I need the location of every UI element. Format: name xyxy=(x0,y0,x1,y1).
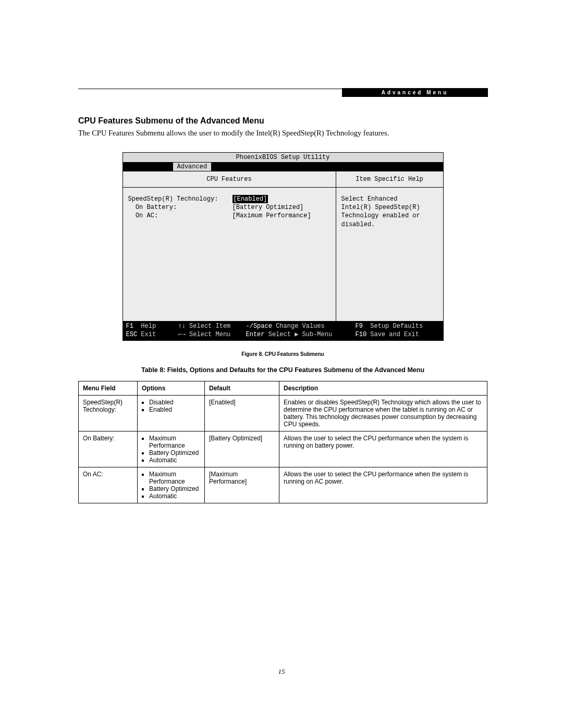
key-f10: F10 xyxy=(356,331,367,338)
options-table: Menu Field Options Default Description S… xyxy=(78,381,487,503)
cell-options: Maximum PerformanceBattery OptimizedAuto… xyxy=(138,467,205,503)
bios-help-line: Select Enhanced xyxy=(341,195,438,203)
option-item: Battery Optimized xyxy=(149,449,200,456)
bios-setting-row: On Battery:[Battery Optimized] xyxy=(128,203,331,212)
bios-help-line: Intel(R) SpeedStep(R) xyxy=(341,203,438,212)
option-item: Automatic xyxy=(149,456,200,464)
table-row: On AC:Maximum PerformanceBattery Optimiz… xyxy=(79,467,487,503)
figure-caption: Figure 8. CPU Features Submenu xyxy=(78,351,487,357)
bios-help-heading: Item Specific Help xyxy=(336,171,443,188)
key-leftright: ←→ xyxy=(178,331,186,338)
table-row: SpeedStep(R) Technology:DisabledEnabled[… xyxy=(79,396,487,431)
table-row: On Battery:Maximum PerformanceBattery Op… xyxy=(79,431,487,467)
cell-description: Allows the user to select the CPU perfor… xyxy=(279,431,487,467)
bios-setting-label: On AC: xyxy=(128,212,232,220)
table-header-row: Menu Field Options Default Description xyxy=(79,381,487,396)
key-enter-label: Select ▶ Sub-Menu xyxy=(268,331,332,338)
cell-default: [Enabled] xyxy=(205,396,279,431)
header-section-tab: Advanced Menu xyxy=(342,88,488,97)
key-updown-label: Select Item xyxy=(189,323,230,330)
bios-setting-row: On AC:[Maximum Performance] xyxy=(128,212,331,220)
option-item: Enabled xyxy=(149,406,200,413)
bios-screenshot: PhoenixBIOS Setup Utility Advanced CPU F… xyxy=(123,152,444,341)
th-description: Description xyxy=(279,381,487,396)
bios-left-pane: CPU Features SpeedStep(R) Technology:[En… xyxy=(123,171,336,321)
bios-tab-advanced: Advanced xyxy=(173,163,212,171)
key-enter: Enter xyxy=(246,331,265,338)
bios-help-pane: Item Specific Help Select EnhancedIntel(… xyxy=(336,171,443,321)
bios-help-line: Technology enabled or xyxy=(341,212,438,220)
option-item: Battery Optimized xyxy=(149,485,200,492)
th-options: Options xyxy=(138,381,205,396)
document-page: Advanced Menu CPU Features Submenu of th… xyxy=(0,0,563,728)
intro-paragraph: The CPU Features Submenu allows the user… xyxy=(78,129,487,138)
cell-menu-field: On AC: xyxy=(79,467,138,503)
bios-footer-row: F1 Help ↑↓ Select Item -/Space Change Va… xyxy=(126,322,440,330)
page-number: 15 xyxy=(0,668,563,676)
option-item: Maximum Performance xyxy=(149,471,200,485)
cell-options: Maximum PerformanceBattery OptimizedAuto… xyxy=(138,431,205,467)
key-f9: F9 xyxy=(356,323,363,330)
bios-setting-value: [Maximum Performance] xyxy=(232,212,311,220)
cell-description: Enables or disables SpeedStep(R) Technol… xyxy=(279,396,487,431)
bios-left-heading: CPU Features xyxy=(123,171,336,188)
key-f1: F1 xyxy=(126,323,133,330)
th-default: Default xyxy=(205,381,279,396)
bios-menu-bar: Advanced xyxy=(123,163,443,171)
bios-setting-value: [Battery Optimized] xyxy=(232,203,304,212)
key-esc: ESC xyxy=(126,331,138,338)
cell-options: DisabledEnabled xyxy=(138,396,205,431)
section-heading: CPU Features Submenu of the Advanced Men… xyxy=(78,116,487,126)
option-item: Disabled xyxy=(149,399,200,406)
bios-setting-row: SpeedStep(R) Technology:[Enabled] xyxy=(128,195,331,203)
key-leftright-label: Select Menu xyxy=(189,331,230,338)
option-item: Maximum Performance xyxy=(149,435,200,449)
bios-footer-row: ESC Exit ←→ Select Menu Enter Select ▶ S… xyxy=(126,330,440,339)
bios-help-text: Select EnhancedIntel(R) SpeedStep(R)Tech… xyxy=(336,188,443,321)
table-caption: Table 8: Fields, Options and Defaults fo… xyxy=(78,366,487,374)
cell-description: Allows the user to select the CPU perfor… xyxy=(279,467,487,503)
option-item: Automatic xyxy=(149,492,200,500)
key-esc-label: Exit xyxy=(141,331,156,338)
key-space: -/Space xyxy=(246,323,272,330)
bios-settings-area: SpeedStep(R) Technology:[Enabled] On Bat… xyxy=(123,188,336,321)
key-updown: ↑↓ xyxy=(178,323,186,330)
key-f9-label: Setup Defaults xyxy=(370,323,423,330)
bios-setting-value: [Enabled] xyxy=(232,195,268,203)
bios-title: PhoenixBIOS Setup Utility xyxy=(123,153,443,163)
cell-menu-field: SpeedStep(R) Technology: xyxy=(79,396,138,431)
th-menu-field: Menu Field xyxy=(79,381,138,396)
cell-menu-field: On Battery: xyxy=(79,431,138,467)
key-space-label: Change Values xyxy=(276,323,325,330)
bios-setting-label: On Battery: xyxy=(128,203,232,212)
cell-default: [Battery Optimized] xyxy=(205,431,279,467)
key-f1-label: Help xyxy=(141,323,156,330)
key-f10-label: Save and Exit xyxy=(370,331,419,338)
bios-help-line: disabled. xyxy=(341,220,438,229)
bios-footer: F1 Help ↑↓ Select Item -/Space Change Va… xyxy=(123,321,443,340)
bios-setting-label: SpeedStep(R) Technology: xyxy=(128,195,232,203)
cell-default: [Maximum Performance] xyxy=(205,467,279,503)
